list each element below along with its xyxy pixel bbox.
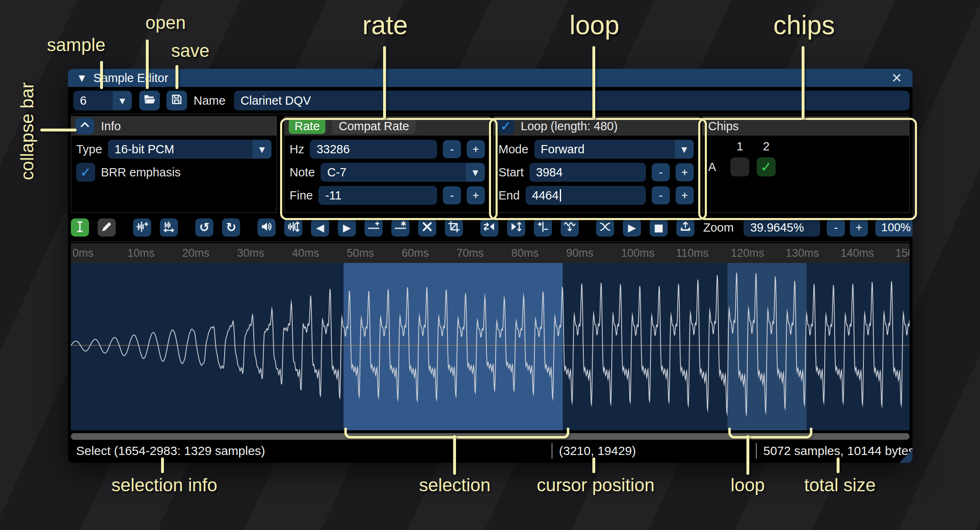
sample-name-value: Clarinet DQV xyxy=(241,94,311,108)
annotation-save: save xyxy=(153,40,227,61)
zoom-in-button[interactable]: + xyxy=(850,218,868,237)
toolbar-trim-button[interactable] xyxy=(445,218,463,237)
window-resize-grip[interactable] xyxy=(899,450,912,463)
speaker-icon xyxy=(260,220,273,235)
sample-number-select[interactable]: 6 ▼ xyxy=(73,91,132,110)
play-icon: ▶ xyxy=(628,223,636,233)
chevron-down-icon[interactable]: ▼ xyxy=(253,140,271,159)
timeline-tick-label: 60ms xyxy=(402,247,429,260)
toolbar-sign-button[interactable] xyxy=(534,218,552,237)
collapse-bar-button[interactable] xyxy=(75,118,94,134)
annotation-cursor-position: cursor position xyxy=(522,475,670,495)
toolbar-apply-silence-button[interactable] xyxy=(391,218,409,237)
zoom-reset-button[interactable]: 100% xyxy=(875,218,912,237)
waveform-canvas xyxy=(71,263,910,430)
wave-vert-icon xyxy=(287,220,299,235)
info-panel-title: Info xyxy=(101,120,121,133)
type-label: Type xyxy=(76,143,102,156)
annotation-line-cursor-position xyxy=(592,457,595,473)
status-cursor-position: (3210, 19429) xyxy=(559,442,636,460)
timeline-tick-label: 0ms xyxy=(73,247,94,260)
timeline-tick-label: 80ms xyxy=(511,247,538,260)
annotation-outline-chips xyxy=(698,118,917,220)
name-label: Name xyxy=(194,91,225,110)
timeline-tick-label: 110ms xyxy=(676,247,709,260)
annotation-line-open xyxy=(146,40,149,89)
annotation-rate: rate xyxy=(330,10,441,40)
toolbar-edit-mode-draw-button[interactable] xyxy=(98,218,116,237)
timeline-tick-label: 20ms xyxy=(182,247,209,260)
redo-icon: ↻ xyxy=(226,221,236,234)
toolbar-create-instrument-button[interactable] xyxy=(676,218,695,237)
zoom-input[interactable]: 39.9645% xyxy=(744,218,820,237)
toolbar-undo-button[interactable]: ↺ xyxy=(195,218,213,237)
sample-name-input[interactable]: Clarinet DQV xyxy=(234,91,910,110)
window-collapse-icon[interactable]: ▼ xyxy=(79,73,85,83)
toolbar-preview-button[interactable]: ▶ xyxy=(623,218,641,237)
toolbar-filter-button[interactable] xyxy=(561,218,579,237)
annotation-sample: sample xyxy=(31,35,122,55)
close-icon[interactable]: × xyxy=(891,70,902,85)
timeline-tick-label: 30ms xyxy=(237,247,264,260)
chevron-up-icon xyxy=(79,119,91,134)
sample-type-select[interactable]: 16-bit PCM ▼ xyxy=(108,140,271,159)
toolbar-edit-mode-select-button[interactable] xyxy=(71,218,89,237)
invert-icon xyxy=(510,220,522,235)
zoom-label: Zoom xyxy=(703,221,734,235)
toolbar-fade-out-button[interactable]: ▶ xyxy=(338,218,356,237)
annotation-collapse-bar: collapse bar xyxy=(16,69,38,193)
wave-plus-icon xyxy=(136,220,148,235)
status-divider xyxy=(756,443,757,459)
annotation-chips: chips xyxy=(748,10,860,40)
titlebar[interactable]: ▼ Sample Editor × xyxy=(68,69,912,87)
zoom-out-button[interactable]: - xyxy=(827,218,845,237)
timeline-tick-label: 100ms xyxy=(621,247,655,260)
pencil-icon xyxy=(101,220,113,235)
zoom-value: 39.9645% xyxy=(750,221,804,235)
brr-emphasis-checkbox[interactable]: ✓ xyxy=(76,163,95,182)
stop-icon: ■ xyxy=(654,223,664,233)
annotation-total-size: total size xyxy=(776,475,904,495)
toolbar-fade-in-button[interactable]: ◀ xyxy=(311,218,329,237)
annotation-selection-info: selection info xyxy=(101,475,228,495)
annotation-line-chips xyxy=(802,46,805,119)
annotation-line-selection xyxy=(453,435,456,475)
annotation-bracket-selection xyxy=(344,428,569,439)
timeline-tick-label: 70ms xyxy=(456,247,484,260)
save-sample-button[interactable] xyxy=(166,91,187,110)
status-selection-info: Select (1654-2983: 1329 samples) xyxy=(76,442,265,460)
toolbar-resize-button[interactable] xyxy=(133,218,151,237)
x-delete-icon xyxy=(421,220,433,235)
toolbar-invert-button[interactable] xyxy=(507,218,525,237)
toolbar-resample-button[interactable] xyxy=(160,218,178,237)
open-sample-button[interactable] xyxy=(139,91,160,110)
info-panel: Info Type 16-bit PCM ▼ ✓ BRR emphasis xyxy=(71,116,277,213)
chevron-down-icon[interactable]: ▼ xyxy=(113,91,132,110)
toolbar-normalize-button[interactable] xyxy=(284,218,302,237)
reverse-icon xyxy=(483,220,496,235)
sample-type-value: 16-bit PCM xyxy=(115,143,174,156)
annotation-line-loop xyxy=(592,46,595,119)
timeline-tick-label: 40ms xyxy=(292,247,319,260)
toolbar-redo-button[interactable]: ↻ xyxy=(222,218,240,237)
toolbar-crossfade-loop-button[interactable] xyxy=(596,218,614,237)
crop-icon xyxy=(448,220,460,235)
annotation-line-loop-bottom xyxy=(746,435,749,475)
timeline-tick-label: 120ms xyxy=(731,247,764,260)
annotation-bracket-loop xyxy=(728,428,812,439)
timeline-tick-label: 50ms xyxy=(347,247,374,260)
upload-icon xyxy=(679,220,692,235)
toolbar-insert-silence-button[interactable] xyxy=(365,218,383,237)
annotation-line-collapse-bar xyxy=(40,129,77,131)
toolbar-amplify-button[interactable] xyxy=(257,218,276,237)
toolbar-stop-preview-button[interactable]: ■ xyxy=(650,218,668,237)
waveform-view[interactable] xyxy=(71,263,910,430)
toolbar-delete-button[interactable] xyxy=(418,218,436,237)
floppy-save-icon xyxy=(171,93,183,108)
toolbar-reverse-button[interactable] xyxy=(480,218,498,237)
filter-icon xyxy=(564,220,576,235)
wave-stretch-icon xyxy=(163,220,175,235)
annotation-line-selection-info xyxy=(161,457,164,473)
line-star-icon xyxy=(394,220,407,235)
brr-emphasis-label: BRR emphasis xyxy=(101,166,180,179)
